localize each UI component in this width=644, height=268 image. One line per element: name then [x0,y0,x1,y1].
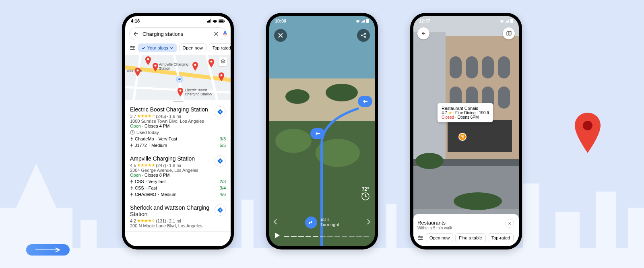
route-arrow-icon [358,96,372,107]
address: 2304 George Avenue, Los Angeles [130,168,226,173]
directions-button[interactable] [215,155,226,167]
hours: Open · Closes 4 PM [130,124,226,128]
status-bar: 12:57 [413,16,519,26]
svg-point-27 [180,90,182,92]
directions-button[interactable] [215,204,226,216]
svg-point-23 [155,65,157,67]
status-time: 4:18 [131,19,140,23]
svg-point-40 [361,35,363,36]
step-bar: 102 ftTurn right [269,216,375,229]
svg-point-62 [421,237,423,239]
svg-point-26 [221,74,223,76]
bolt-icon [130,179,133,184]
back-button[interactable] [417,27,429,39]
bolt-icon [130,186,133,190]
filter-bar: Your plugs Open now Top rated [125,42,231,55]
status-icons [206,19,225,23]
search-bar[interactable] [129,27,227,40]
result-card[interactable]: Sherlock and Wattson Charging Station 4.… [125,200,231,232]
svg-rect-9 [0,248,644,268]
clear-icon[interactable] [213,31,219,37]
svg-point-21 [147,58,149,60]
status-time: 12:57 [419,19,430,23]
map-toggle-button[interactable] [503,27,515,39]
address: 200 N Magic Lane Blvd, Los Angeles [130,223,226,228]
tune-icon[interactable] [417,235,424,241]
map-label: Ampville ChargingStation [159,63,188,71]
svg-rect-29 [269,16,375,89]
progress-bar[interactable] [284,236,369,237]
back-arrow-icon[interactable] [133,31,139,37]
svg-point-34 [275,129,312,153]
result-card[interactable]: Ampville Charging Station 4.5 ★★★★★ (247… [125,151,231,200]
rating-row: 4.2 ★★★★☆ (131) · 2.1 mi [130,218,226,223]
phone-2: 10:00 72° 102 ftTurn right [266,13,378,249]
results-list[interactable]: Electric Boost Charging Station 3.7 ★★★★… [125,102,231,246]
prev-step-button[interactable] [273,219,277,227]
result-card[interactable]: Electric Boost Charging Station 3.7 ★★★★… [125,102,231,151]
svg-rect-13 [219,20,223,22]
current-location-dot [178,77,182,81]
map-pin-icon[interactable] [177,88,184,99]
route-arrow-icon [310,128,325,139]
map-pin-icon[interactable] [144,56,152,68]
svg-rect-48 [466,56,478,78]
svg-point-24 [194,64,196,66]
connector-row: CHAdeMO · Medium4/6 [130,192,226,197]
rating-row: 4.5 ★★★★★ (247) · 1.8 mi [130,163,226,168]
svg-point-17 [131,46,132,47]
layers-button[interactable] [219,57,227,66]
play-button[interactable] [275,233,280,240]
used-today-badge: Used today [130,130,226,135]
chip-top-rated[interactable]: Top-rated [488,233,514,242]
svg-rect-45 [413,32,446,169]
close-sheet-button[interactable]: ✕ [505,219,514,228]
bottom-sheet[interactable]: ✕ Restaurants Within a 5 min walk Open n… [413,214,519,246]
ar-view[interactable] [413,16,519,246]
chip-your-plugs[interactable]: Your plugs [138,43,177,52]
history-icon [130,130,135,135]
connector-row: J1772 · Medium5/5 [130,143,226,148]
time-icon [361,192,370,201]
phone-1: 4:18 Your plugs Open now Top rated WESTL… [122,13,234,249]
svg-point-19 [132,49,133,50]
connector-row: CSS · Fast3/4 [130,186,226,190]
map-pin-icon[interactable] [208,59,215,70]
chip-open-now[interactable]: Open now [179,43,206,52]
chip-find-table[interactable]: Find a table [455,233,485,242]
map-pin-icon[interactable] [152,63,159,74]
result-title: Ampville Charging Station [130,155,211,162]
map-pin-icon[interactable] [134,68,141,79]
search-input[interactable] [142,31,210,37]
bolt-icon [130,136,133,141]
sheet-subtitle: Within a 5 min walk [417,226,515,230]
turn-right-icon [305,216,317,229]
address: 1000 Sunrise Town Blvd, Los Angeles [130,119,226,124]
chip-open-now[interactable]: Open now [426,233,453,242]
close-button[interactable] [274,29,287,42]
svg-rect-47 [450,56,462,78]
directions-button[interactable] [215,106,226,118]
svg-point-59 [415,153,444,169]
svg-point-63 [420,239,421,240]
map-pin-icon[interactable] [192,62,199,73]
mic-icon[interactable] [222,31,228,37]
weather-widget[interactable]: 72° [361,186,370,202]
next-step-button[interactable] [367,219,371,227]
place-info-card[interactable]: Restaurant Conais 4.7 ★ · Fine Dining · … [438,103,493,122]
map-pin-icon[interactable] [218,72,225,84]
map-view[interactable]: WESTLAKE Ampville ChargingStation Electr… [125,55,231,100]
playback-bar [275,233,369,240]
share-button[interactable] [357,29,370,42]
svg-rect-38 [366,19,369,23]
restaurant-pin-icon[interactable] [458,133,466,141]
svg-point-32 [285,89,310,104]
svg-point-58 [454,192,502,210]
tune-icon[interactable] [129,45,136,51]
svg-rect-55 [448,120,512,152]
svg-point-18 [133,47,134,49]
status-bar: 4:18 [125,16,231,26]
result-title: Sherlock and Wattson Charging Station [130,204,211,217]
svg-point-33 [326,84,358,101]
chip-top-rated[interactable]: Top rated [209,43,231,52]
